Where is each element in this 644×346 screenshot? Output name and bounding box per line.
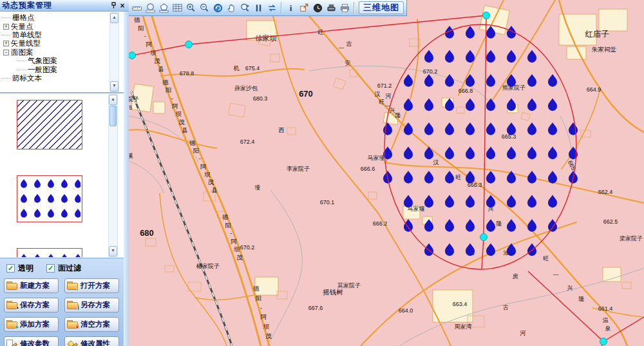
tree-item-7[interactable]: 箭标文本 [2,74,108,82]
pause-button[interactable] [252,1,265,15]
vertex-handle[interactable] [129,52,136,59]
zoom-out-icon [199,3,210,14]
road-name-char: 坝 [234,245,240,253]
scroll-down-icon[interactable]: ▼ [109,246,117,256]
checkbox-icon[interactable]: ✓ [46,264,55,273]
collapse-icon[interactable]: − [3,50,9,55]
pattern-swatch-hatch[interactable] [17,100,82,149]
scroll-up-icon[interactable]: ▲ [109,95,117,105]
pattern-swatch-partial[interactable] [17,248,82,257]
map-label: 吉 [346,41,352,47]
pattern-list-scrollbar[interactable]: ▲ ▼ [108,94,118,257]
plan-button-5[interactable]: ×清空方案 [64,317,119,332]
tree-item-1[interactable]: +矢量点 [2,22,108,30]
checkbox-icon[interactable]: ✓ [6,264,15,273]
map-label: 666.6 [361,166,375,172]
measure-polygon-button[interactable] [157,1,171,15]
close-icon[interactable]: × [118,1,127,10]
vertex-handle[interactable] [600,338,607,345]
map-label: 安 [345,60,351,66]
map-label: 汉 [375,91,381,97]
raindrop-symbol [445,171,454,184]
measure-distance-button[interactable] [130,1,144,15]
map-label: 周家湾 [455,323,472,330]
tree-item-2[interactable]: 简单线型 [2,31,108,39]
raindrop-symbol [486,219,495,232]
zoom-in-button[interactable] [184,1,198,15]
refresh-button[interactable] [265,1,279,15]
map-label: 一 [339,45,345,52]
panel-splitter[interactable] [0,92,124,93]
checkbox-0[interactable]: ✓透明 [6,263,33,274]
map-label: 薛家沙包 [234,85,258,91]
road-name-char: 德 [222,213,229,220]
road-name-char: 德 [133,16,140,23]
road-name-char: 阿 [261,313,267,320]
pattern-swatch-raindrop[interactable] [17,175,82,222]
edit-sheet-icon [6,340,17,346]
tree-item-0[interactable]: 栅格点 [2,14,108,22]
raindrop-symbol [486,195,495,208]
plot-output-button[interactable] [325,1,338,15]
print-button[interactable] [338,1,352,15]
pan-icon [226,3,237,14]
swatch-pattern [17,251,80,257]
expand-icon[interactable]: + [3,41,9,46]
tree-item-5[interactable]: 气象图案 [17,57,108,65]
tree-item-3[interactable]: +矢量线型 [2,39,108,48]
vertex-handle[interactable] [185,41,193,48]
tree-scrollbar[interactable]: ▲ ▼ [109,12,119,92]
zoom-out-button[interactable] [198,1,211,15]
scroll-down-icon[interactable]: ▼ [110,81,118,91]
pan-button[interactable] [225,1,238,15]
raindrop-symbol [424,171,433,184]
info-button[interactable]: i [284,1,298,15]
plan-button-6[interactable]: 修改参数 [4,336,59,346]
raindrop-symbol [507,122,516,135]
plan-button-1[interactable]: ↓打开方案 [64,278,119,293]
tree-item-6[interactable]: 一般图案 [17,65,108,73]
tree-item-4[interactable]: −面图案 [2,48,108,57]
raindrop-symbol [445,122,454,135]
map-viewport[interactable]: 徐家坝红庙子朱家祠堂机675.4薛家沙包680.3678.8671.2汉河旺一兴… [129,0,644,346]
zoom-select-button[interactable] [238,1,252,15]
plan-button-2[interactable]: ▪保存方案 [4,298,59,312]
previous-view-button[interactable] [211,1,225,15]
vertex-handle[interactable] [483,12,490,19]
plan-button-3[interactable]: i另存方案 [64,298,119,312]
road-name-char: 阳 [166,86,172,93]
expand-icon[interactable]: + [3,24,9,30]
road-name-char: - [144,32,146,39]
map-label: 5 [129,104,132,111]
measure-area-button[interactable] [144,1,157,15]
scroll-thumb[interactable] [109,106,117,126]
history-button[interactable] [311,1,325,15]
plan-button-label: 另存方案 [80,300,110,310]
plan-button-0[interactable]: 新建方案 [4,278,59,293]
plan-button-4[interactable]: +添加方案 [4,317,59,332]
export-map-icon [299,3,310,14]
map-label: 666.2 [373,220,388,227]
folder-info-icon: i [67,301,78,309]
grid-view-button[interactable] [171,1,184,15]
map-label: 垭 [254,184,261,191]
map-label: 663.4 [453,301,468,307]
print-icon [339,3,350,14]
scroll-up-icon[interactable]: ▲ [110,13,118,23]
export-map-button[interactable] [298,1,311,15]
pin-icon[interactable] [109,1,118,10]
overlay-circle[interactable] [384,24,576,269]
vertex-handle[interactable] [480,234,488,241]
road-name-char: - [230,229,232,236]
checkbox-1[interactable]: ✓面过滤 [46,263,81,274]
panel-edge[interactable] [124,12,129,346]
measure-distance-icon [131,3,142,14]
raindrop-symbol [466,195,475,208]
raindrop-symbol [383,122,392,135]
map-3d-button[interactable]: 三维地图 [359,1,404,14]
plan-button-7[interactable]: 修改属性 [64,336,119,346]
raindrop-symbol [466,171,475,184]
checkbox-label: 面过滤 [58,263,81,274]
map-label: 671.2 [377,82,392,89]
raindrop-symbol [466,244,475,256]
